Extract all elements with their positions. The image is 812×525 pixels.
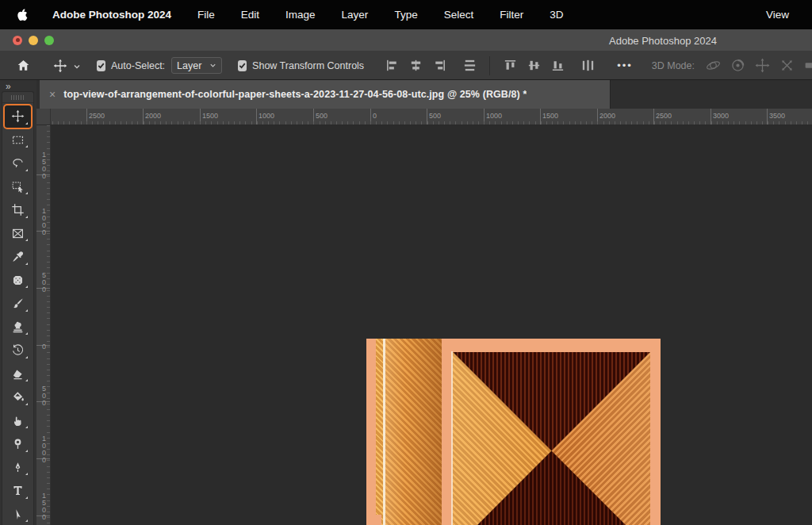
menu-item-edit[interactable]: Edit bbox=[241, 9, 259, 21]
menu-item-select[interactable]: Select bbox=[444, 9, 474, 21]
chevron-down-icon[interactable] bbox=[73, 62, 81, 70]
ruler-major-tick bbox=[427, 109, 427, 125]
type-tool[interactable] bbox=[4, 479, 32, 503]
auto-select-label: Auto-Select: bbox=[111, 60, 165, 71]
macos-menu-bar: Adobe Photoshop 2024 FileEditImageLayerT… bbox=[0, 0, 812, 29]
distribute-horizontal-centers-icon[interactable] bbox=[579, 58, 596, 74]
history-brush-tool[interactable] bbox=[4, 339, 32, 362]
align-top-edges-icon[interactable] bbox=[501, 58, 519, 74]
align-vertical-centers-icon[interactable] bbox=[525, 58, 542, 74]
ruler-major-tick bbox=[200, 109, 201, 125]
menu-items-right: View bbox=[740, 9, 812, 21]
ruler-label: 2500 bbox=[656, 112, 672, 120]
document-tab-bar: × top-view-of-arrangement-of-colorful-pa… bbox=[36, 80, 812, 109]
align-icons-group bbox=[380, 56, 599, 75]
ruler-label: 1 5 0 0 bbox=[40, 492, 48, 521]
lasso-tool[interactable] bbox=[4, 151, 32, 175]
align-horizontal-centers-icon[interactable] bbox=[407, 58, 424, 74]
menu-items-left: FileEditImageLayerTypeSelectFilter3D bbox=[171, 9, 563, 21]
tab-close-icon[interactable]: × bbox=[49, 89, 56, 100]
show-transform-checkbox[interactable] bbox=[238, 60, 247, 71]
document-tab[interactable]: × top-view-of-arrangement-of-colorful-pa… bbox=[40, 80, 611, 109]
ruler-label: 0 bbox=[40, 343, 48, 351]
minimize-window-button[interactable] bbox=[29, 36, 38, 45]
align-bottom-edges-icon[interactable] bbox=[549, 58, 566, 74]
paint-bucket-tool[interactable] bbox=[4, 385, 32, 409]
ruler-label: 1000 bbox=[486, 112, 502, 120]
eraser-tool[interactable] bbox=[4, 362, 32, 386]
ruler-major-tick bbox=[710, 109, 711, 125]
eyedropper-tool[interactable] bbox=[4, 245, 32, 269]
menu-item-layer[interactable]: Layer bbox=[342, 9, 369, 21]
ruler-major-tick bbox=[767, 109, 768, 125]
brush-tool[interactable] bbox=[4, 292, 32, 316]
ruler-label: 500 bbox=[316, 112, 327, 120]
photoshop-window: Adobe Photoshop 2024 FileEditImageLayerT… bbox=[0, 0, 812, 525]
object-selection-tool[interactable] bbox=[4, 175, 32, 199]
tool-panel-grip[interactable] bbox=[2, 92, 33, 103]
auto-select-dropdown[interactable]: Layer bbox=[171, 57, 222, 74]
traffic-lights bbox=[13, 36, 54, 45]
options-bar: Auto-Select: Layer Show Transform Contro… bbox=[0, 52, 812, 80]
ruler-major-tick bbox=[86, 109, 87, 125]
clone-stamp-tool[interactable] bbox=[4, 316, 32, 339]
menu-item-type[interactable]: Type bbox=[394, 9, 417, 21]
3d-mode-icons-group bbox=[701, 57, 812, 75]
spot-healing-tool[interactable] bbox=[4, 269, 32, 293]
move-tool-options-icon[interactable] bbox=[53, 59, 67, 73]
window-title: Adobe Photoshop 2024 bbox=[609, 29, 717, 52]
marquee-tool[interactable] bbox=[4, 128, 32, 152]
artwork-triangle-pattern bbox=[453, 352, 650, 525]
vertical-ruler[interactable]: 2 0 0 01 5 0 01 0 0 05 0 005 0 01 0 0 01… bbox=[36, 125, 51, 525]
ruler-label: 5 0 0 bbox=[40, 385, 48, 407]
move-tool[interactable] bbox=[4, 105, 32, 128]
ruler-label: 1000 bbox=[259, 112, 274, 120]
ruler-label: 5 0 0 bbox=[40, 272, 48, 293]
menu-item-3d[interactable]: 3D bbox=[550, 9, 563, 21]
auto-select-checkbox[interactable] bbox=[97, 60, 105, 71]
ruler-label: 3500 bbox=[769, 112, 785, 120]
artwork-bottom-peach-strip bbox=[366, 515, 381, 525]
options-separator bbox=[489, 56, 490, 75]
artwork-orange-stripe-band bbox=[385, 339, 442, 525]
ruler-label: 2000 bbox=[145, 112, 161, 120]
canvas-area[interactable] bbox=[51, 125, 812, 525]
tab-filename: top-view-of-arrangement-of-colorful-pape… bbox=[63, 89, 527, 100]
menu-item-view[interactable]: View bbox=[766, 9, 789, 21]
align-left-edges-icon[interactable] bbox=[383, 58, 400, 74]
ruler-major-tick bbox=[540, 109, 541, 125]
home-icon[interactable] bbox=[16, 58, 31, 73]
3d-dolly-icon bbox=[802, 57, 812, 75]
auto-select-value: Layer bbox=[177, 60, 201, 71]
menu-item-image[interactable]: Image bbox=[285, 9, 316, 21]
ruler-label: 2000 bbox=[599, 112, 615, 120]
ruler-major-tick bbox=[484, 109, 485, 125]
dodge-tool[interactable] bbox=[4, 432, 32, 456]
more-options-button[interactable]: ••• bbox=[617, 59, 633, 71]
smudge-tool[interactable] bbox=[4, 409, 32, 433]
document-image[interactable] bbox=[366, 339, 661, 525]
tools-list bbox=[2, 103, 33, 525]
menu-item-filter[interactable]: Filter bbox=[500, 9, 523, 21]
apple-logo-icon[interactable] bbox=[17, 8, 29, 22]
menu-app-title[interactable]: Adobe Photoshop 2024 bbox=[52, 9, 171, 21]
menu-item-file[interactable]: File bbox=[197, 9, 215, 21]
artwork-light-stripe-band bbox=[376, 339, 383, 525]
frame-tool[interactable] bbox=[4, 222, 32, 246]
horizontal-ruler[interactable]: 2500200015001000500050010001500200025003… bbox=[51, 109, 812, 125]
ruler-major-tick bbox=[370, 109, 371, 125]
toolbar-collapse-control[interactable]: » bbox=[6, 81, 10, 92]
ruler-label: 500 bbox=[429, 112, 441, 120]
ruler-label: 3000 bbox=[713, 112, 729, 120]
distribute-vertical-centers-icon[interactable] bbox=[461, 58, 478, 74]
ruler-label: 2500 bbox=[89, 112, 105, 120]
zoom-window-button[interactable] bbox=[44, 36, 54, 45]
pen-tool[interactable] bbox=[4, 456, 32, 480]
close-window-button[interactable] bbox=[13, 36, 22, 45]
chevron-down-icon bbox=[209, 62, 216, 69]
crop-tool[interactable] bbox=[4, 198, 32, 222]
artwork-left-peach-strip bbox=[366, 339, 376, 525]
path-selection-tool[interactable] bbox=[4, 503, 32, 525]
align-right-edges-icon[interactable] bbox=[431, 58, 448, 74]
ruler-corner bbox=[36, 109, 51, 125]
